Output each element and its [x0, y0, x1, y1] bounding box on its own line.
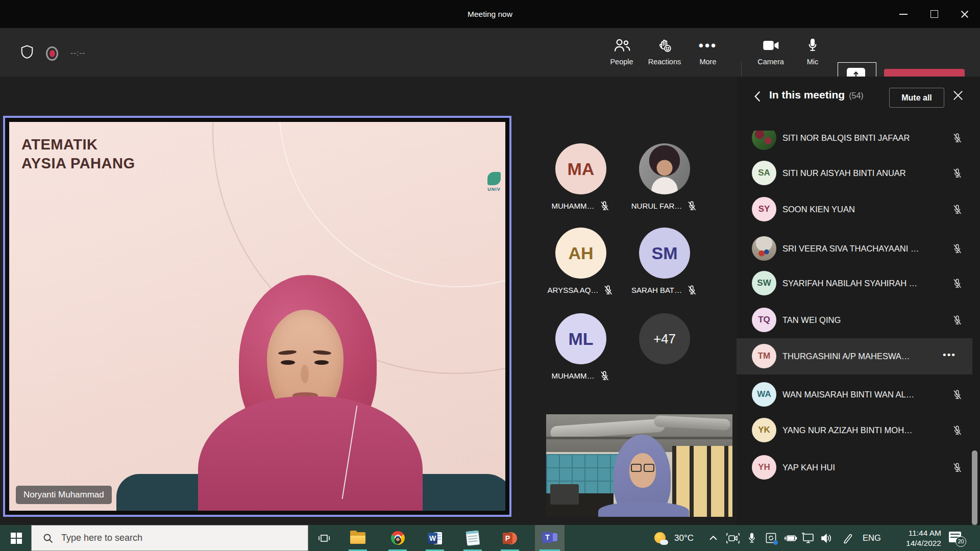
notification-badge: 20 — [955, 536, 966, 547]
language-indicator[interactable]: ENG — [860, 525, 884, 551]
participant-row[interactable]: SA SITI NUR AISYAH BINTI ANUAR ••• — [737, 155, 972, 191]
search-input[interactable] — [60, 532, 277, 544]
chevron-up-icon — [709, 536, 717, 540]
more-options-icon[interactable]: ••• — [938, 338, 961, 374]
participant-name: SOON KIEN YUAN — [782, 191, 855, 228]
avatar — [752, 131, 776, 150]
windows-logo-icon — [11, 533, 22, 544]
mic-muted-icon[interactable] — [951, 314, 963, 326]
sync-icon[interactable] — [763, 525, 779, 551]
taskbar-search[interactable] — [31, 525, 308, 551]
avatar: SW — [752, 271, 776, 295]
main-video[interactable]: ATEMATIK AYSIA PAHANG UNIV — [3, 116, 511, 517]
participant-tile[interactable]: SM SARAH BAT… — [624, 228, 705, 296]
panel-scrollbar[interactable] — [972, 450, 977, 525]
people-button[interactable]: People — [600, 35, 644, 75]
reactions-button[interactable]: Reactions — [643, 35, 687, 75]
shield-icon[interactable] — [20, 44, 34, 62]
mic-muted-icon[interactable] — [951, 278, 963, 289]
participant-name: THURGASHINI A/P MAHESWA… — [782, 338, 910, 374]
participant-name: YAP KAH HUI — [782, 449, 835, 486]
powerpoint-icon: P — [503, 532, 517, 545]
panel-close-icon[interactable] — [953, 90, 963, 103]
tray-expand-button[interactable] — [705, 525, 721, 551]
chrome-button[interactable] — [386, 525, 409, 551]
participant-name: SITI NUR AISYAH BINTI ANUAR — [782, 155, 906, 191]
mic-muted-icon[interactable] — [951, 389, 963, 400]
mic-muted-icon — [686, 284, 698, 296]
notepad-button[interactable] — [461, 525, 484, 551]
mic-muted-icon[interactable] — [951, 132, 963, 144]
participant-row[interactable]: YH YAP KAH HUI ••• — [737, 449, 972, 486]
sync-status-dot — [773, 540, 778, 545]
tray-camera-icon[interactable] — [725, 525, 741, 551]
mic-button[interactable]: Mic — [791, 35, 835, 75]
participant-tile-label: MUHAMM… — [551, 202, 594, 210]
avatar: YK — [752, 418, 776, 442]
avatar: ML — [555, 313, 606, 364]
mic-muted-icon[interactable] — [951, 167, 963, 179]
mute-all-button[interactable]: Mute all — [889, 88, 944, 108]
task-view-button[interactable] — [312, 525, 336, 551]
mic-muted-icon — [599, 370, 610, 382]
avatar: SA — [752, 161, 776, 185]
tray-mic-icon[interactable] — [744, 525, 760, 551]
participant-count: (54) — [849, 91, 863, 100]
teams-button[interactable]: T — [535, 525, 565, 551]
word-icon: W — [428, 532, 442, 545]
avatar: YH — [752, 455, 776, 480]
taskbar-clock[interactable]: 11:44 AM 14/4/2022 — [887, 525, 941, 551]
participant-row[interactable]: SY SOON KIEN YUAN ••• — [737, 191, 972, 228]
mic-muted-icon[interactable] — [951, 462, 963, 473]
avatar: MA — [555, 143, 606, 194]
participant-name: SYARIFAH NABILAH SYAHIRAH … — [782, 265, 917, 302]
back-icon[interactable] — [754, 91, 761, 104]
participant-row[interactable]: SW SYARIFAH NABILAH SYAHIRAH … ••• — [737, 265, 972, 302]
more-button[interactable]: ••• More — [686, 35, 730, 75]
notepad-icon — [466, 531, 480, 545]
participant-tile[interactable]: AH ARYSSA AQ… — [540, 228, 622, 296]
weather-temperature[interactable]: 30°C — [671, 525, 697, 551]
teams-meeting-window: Meeting now --:-- People — [0, 0, 980, 551]
task-view-icon — [318, 532, 330, 544]
avatar: TQ — [752, 308, 776, 332]
participant-tile[interactable]: +47 — [624, 313, 705, 364]
speaker-portrait — [198, 275, 423, 511]
avatar: WA — [752, 382, 776, 407]
maximize-button[interactable] — [919, 0, 949, 28]
file-explorer-button[interactable] — [346, 525, 370, 551]
camera-button[interactable]: Camera — [749, 35, 793, 75]
participant-row[interactable]: WA WAN MAISARAH BINTI WAN AL… ••• — [737, 377, 972, 413]
powerpoint-button[interactable]: P — [498, 525, 522, 551]
volume-icon[interactable] — [818, 525, 835, 551]
pen-icon[interactable] — [839, 525, 856, 551]
weather-icon[interactable] — [652, 525, 669, 551]
network-display-icon[interactable] — [799, 525, 817, 551]
close-button[interactable] — [949, 0, 980, 28]
participant-name: YANG NUR AZIZAH BINTI MOH… — [782, 412, 913, 448]
self-view-video[interactable] — [546, 414, 732, 517]
notification-center-button[interactable]: 20 — [945, 525, 968, 551]
participant-row[interactable]: SRI VEERA SIVA THACHAYAANI … ••• — [737, 231, 972, 267]
mic-muted-icon[interactable] — [951, 204, 963, 215]
participant-tile[interactable]: ML MUHAMM… — [540, 313, 622, 382]
participant-row[interactable]: YK YANG NUR AZIZAH BINTI MOH… ••• — [737, 412, 972, 448]
recording-indicator — [46, 46, 58, 61]
minimize-button[interactable] — [888, 0, 919, 28]
mic-muted-icon[interactable] — [951, 424, 963, 436]
more-icon: ••• — [686, 35, 730, 56]
battery-icon[interactable] — [781, 525, 798, 551]
people-icon — [600, 35, 644, 56]
participant-tile[interactable]: MA MUHAMM… — [540, 143, 622, 212]
window-title: Meeting now — [0, 0, 980, 28]
start-button[interactable] — [4, 525, 29, 551]
panel-title: In this meeting(54) — [769, 89, 864, 101]
word-button[interactable]: W — [423, 525, 447, 551]
mic-muted-icon[interactable] — [951, 243, 963, 255]
participant-row[interactable]: TM THURGASHINI A/P MAHESWA… ••• — [737, 338, 972, 374]
participant-row[interactable]: TQ TAN WEI QING ••• — [737, 302, 972, 338]
mic-muted-icon — [602, 284, 614, 296]
speaker-name-tag: Noryanti Muhammad — [16, 486, 112, 504]
participant-tile[interactable]: NURUL FAR… — [624, 143, 705, 212]
participant-row[interactable]: SITI NOR BALQIS BINTI JAFAAR ••• — [737, 131, 972, 156]
